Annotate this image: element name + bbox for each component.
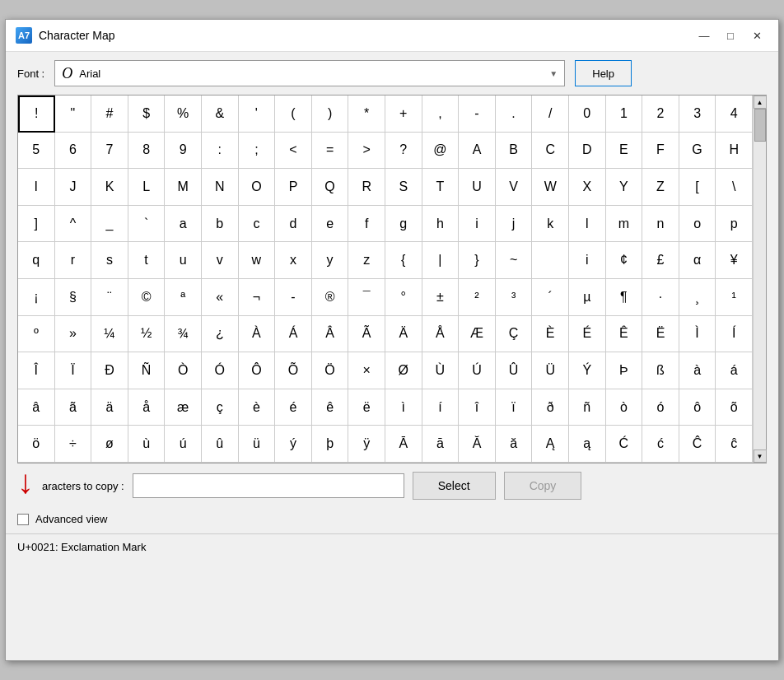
char-cell[interactable]: . bbox=[496, 95, 533, 133]
char-cell[interactable]: @ bbox=[422, 133, 460, 170]
char-cell[interactable]: æ bbox=[165, 389, 202, 426]
char-cell[interactable]: ´ bbox=[532, 279, 569, 316]
char-cell[interactable]: n bbox=[642, 206, 679, 243]
char-cell[interactable]: 0 bbox=[569, 95, 606, 133]
char-cell[interactable]: Û bbox=[496, 352, 533, 389]
char-cell[interactable]: p bbox=[716, 206, 753, 243]
char-cell[interactable]: ü bbox=[239, 426, 276, 463]
char-cell[interactable]: Ô bbox=[239, 352, 276, 389]
char-cell[interactable]: ö bbox=[18, 426, 55, 463]
char-cell[interactable]: d bbox=[275, 206, 312, 243]
char-cell[interactable]: ä bbox=[91, 389, 128, 426]
char-cell[interactable]: ý bbox=[275, 426, 312, 463]
help-button[interactable]: Help bbox=[575, 60, 632, 86]
char-cell[interactable]: û bbox=[202, 426, 239, 463]
char-cell[interactable]: = bbox=[312, 133, 349, 170]
char-cell[interactable]: ` bbox=[128, 206, 166, 243]
char-cell[interactable]: · bbox=[642, 279, 679, 316]
char-cell[interactable]: R bbox=[348, 169, 385, 206]
char-cell[interactable]: ¢ bbox=[606, 242, 643, 279]
char-cell[interactable]: È bbox=[532, 316, 569, 353]
char-cell[interactable]: k bbox=[532, 206, 569, 243]
char-cell[interactable]: r bbox=[55, 242, 92, 279]
char-cell[interactable]: Q bbox=[312, 169, 349, 206]
char-cell[interactable]: Õ bbox=[275, 352, 312, 389]
char-cell[interactable]: ° bbox=[385, 279, 422, 316]
char-cell[interactable] bbox=[532, 242, 569, 279]
char-cell[interactable]: ² bbox=[459, 279, 496, 316]
char-cell[interactable]: l bbox=[569, 206, 606, 243]
char-cell[interactable]: 1 bbox=[606, 95, 643, 133]
char-cell[interactable]: ? bbox=[385, 133, 422, 170]
char-cell[interactable]: / bbox=[532, 95, 569, 133]
char-cell[interactable]: Ï bbox=[55, 352, 92, 389]
char-cell[interactable]: U bbox=[459, 169, 496, 206]
char-cell[interactable]: " bbox=[55, 95, 92, 133]
char-cell[interactable]: î bbox=[459, 389, 496, 426]
scroll-thumb[interactable] bbox=[754, 109, 766, 142]
char-cell[interactable]: è bbox=[239, 389, 276, 426]
char-cell[interactable]: V bbox=[496, 169, 533, 206]
char-cell[interactable]: 7 bbox=[91, 133, 128, 170]
char-cell[interactable]: w bbox=[239, 242, 276, 279]
char-cell[interactable]: - bbox=[459, 95, 496, 133]
select-button[interactable]: Select bbox=[413, 472, 496, 500]
char-cell[interactable]: ; bbox=[239, 133, 276, 170]
char-cell[interactable]: ] bbox=[18, 206, 55, 243]
char-cell[interactable]: ĉ bbox=[716, 426, 753, 463]
char-cell[interactable]: a bbox=[165, 206, 202, 243]
char-cell[interactable]: Ö bbox=[312, 352, 349, 389]
char-cell[interactable]: ā bbox=[422, 426, 460, 463]
char-cell[interactable]: ù bbox=[128, 426, 166, 463]
char-cell[interactable]: À bbox=[239, 316, 276, 353]
char-cell[interactable]: Þ bbox=[606, 352, 643, 389]
char-cell[interactable]: ë bbox=[348, 389, 385, 426]
char-cell[interactable]: % bbox=[165, 95, 202, 133]
char-cell[interactable]: Ą bbox=[532, 426, 569, 463]
char-cell[interactable]: ß bbox=[642, 352, 679, 389]
char-cell[interactable]: ( bbox=[275, 95, 312, 133]
char-cell[interactable]: Ç bbox=[496, 316, 533, 353]
char-cell[interactable]: ¬ bbox=[239, 279, 276, 316]
char-cell[interactable]: â bbox=[18, 389, 55, 426]
char-cell[interactable]: J bbox=[55, 169, 92, 206]
char-cell[interactable]: Ù bbox=[422, 352, 460, 389]
close-button[interactable]: ✕ bbox=[745, 26, 768, 44]
char-cell[interactable]: × bbox=[348, 352, 385, 389]
char-cell[interactable]: µ bbox=[569, 279, 606, 316]
char-cell[interactable]: c bbox=[239, 206, 276, 243]
scroll-track[interactable] bbox=[754, 109, 766, 449]
char-cell[interactable]: # bbox=[91, 95, 128, 133]
char-cell[interactable]: Z bbox=[642, 169, 679, 206]
char-cell[interactable]: L bbox=[128, 169, 166, 206]
char-cell[interactable]: « bbox=[202, 279, 239, 316]
char-cell[interactable]: H bbox=[716, 133, 753, 170]
char-cell[interactable]: Ê bbox=[606, 316, 643, 353]
char-cell[interactable]: Ć bbox=[606, 426, 643, 463]
char-cell[interactable]: Ā bbox=[385, 426, 422, 463]
char-cell[interactable]: º bbox=[18, 316, 55, 353]
char-cell[interactable]: D bbox=[569, 133, 606, 170]
char-cell[interactable]: ÷ bbox=[55, 426, 92, 463]
char-cell[interactable]: F bbox=[642, 133, 679, 170]
char-cell[interactable]: ¹ bbox=[716, 279, 753, 316]
char-cell[interactable]: © bbox=[128, 279, 166, 316]
char-cell[interactable]: [ bbox=[679, 169, 716, 206]
char-cell[interactable]: Y bbox=[606, 169, 643, 206]
char-cell[interactable]: Ë bbox=[642, 316, 679, 353]
char-cell[interactable]: ð bbox=[532, 389, 569, 426]
scroll-down-arrow[interactable]: ▼ bbox=[754, 449, 767, 463]
char-cell[interactable]: \ bbox=[716, 169, 753, 206]
char-cell[interactable]: S bbox=[385, 169, 422, 206]
char-cell[interactable]: C bbox=[532, 133, 569, 170]
char-cell[interactable]: X bbox=[569, 169, 606, 206]
char-cell[interactable]: Ò bbox=[165, 352, 202, 389]
char-cell[interactable]: t bbox=[128, 242, 166, 279]
char-cell[interactable]: y bbox=[312, 242, 349, 279]
char-cell[interactable]: i bbox=[459, 206, 496, 243]
char-cell[interactable]: 5 bbox=[18, 133, 55, 170]
char-cell[interactable]: £ bbox=[642, 242, 679, 279]
char-cell[interactable]: Ĉ bbox=[679, 426, 716, 463]
char-cell[interactable]: É bbox=[569, 316, 606, 353]
char-cell[interactable]: G bbox=[679, 133, 716, 170]
